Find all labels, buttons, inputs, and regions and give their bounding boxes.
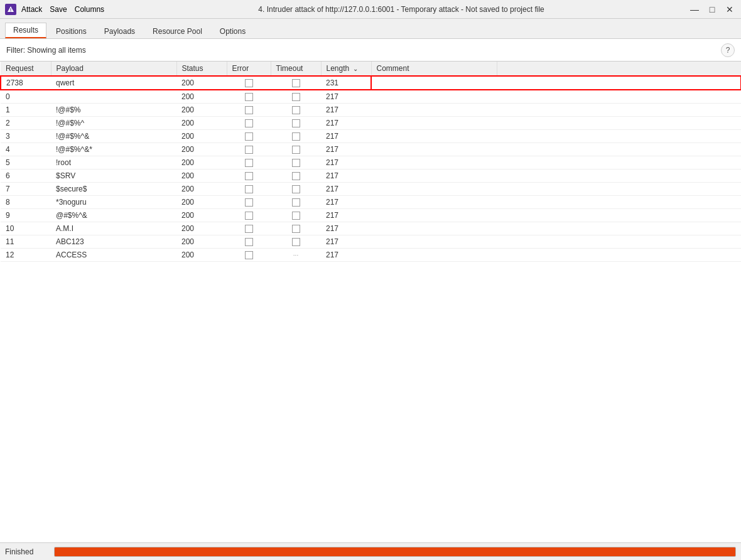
error-checkbox[interactable] — [245, 251, 253, 259]
tab-resource-pool[interactable]: Resource Pool — [144, 24, 210, 38]
table-header-row: Request Payload Status Error Timeout Len… — [1, 62, 741, 76]
sort-icon: ⌄ — [353, 65, 358, 72]
minimize-button[interactable]: — — [688, 3, 701, 16]
results-table-wrapper[interactable]: Request Payload Status Error Timeout Len… — [0, 62, 741, 542]
progress-bar-fill — [55, 547, 735, 556]
timeout-checkbox[interactable] — [292, 185, 300, 193]
svg-rect-1 — [11, 8, 11, 11]
maximize-button[interactable]: □ — [706, 3, 718, 16]
table-row[interactable]: 6$SRV200217 — [1, 170, 741, 183]
error-checkbox[interactable] — [245, 132, 253, 141]
col-header-status[interactable]: Status — [176, 62, 227, 76]
timeout-checkbox[interactable] — [292, 212, 300, 220]
error-checkbox[interactable] — [245, 119, 253, 127]
col-header-request[interactable]: Request — [1, 62, 51, 76]
menu-save[interactable]: Save — [50, 5, 67, 14]
error-checkbox[interactable] — [245, 79, 253, 87]
app-icon — [5, 4, 16, 15]
col-header-comment[interactable]: Comment — [371, 62, 497, 76]
timeout-checkbox[interactable] — [292, 106, 300, 114]
tab-positions[interactable]: Positions — [48, 24, 95, 38]
col-header-payload[interactable]: Payload — [51, 62, 176, 76]
results-table: Request Payload Status Error Timeout Len… — [0, 62, 741, 262]
window-controls: — □ ✕ — [688, 3, 736, 16]
tab-bar: Results Positions Payloads Resource Pool… — [0, 19, 741, 39]
status-bar: Finished — [0, 542, 741, 560]
table-row[interactable]: 7$secure$200217 — [1, 183, 741, 196]
timeout-checkbox[interactable] — [292, 238, 300, 246]
col-header-timeout[interactable]: Timeout — [271, 62, 321, 76]
table-row[interactable]: 0200217 — [1, 90, 741, 104]
close-button[interactable]: ✕ — [723, 3, 736, 16]
filter-text: Filter: Showing all items — [6, 46, 86, 55]
timeout-checkbox[interactable] — [292, 132, 300, 141]
table-row[interactable]: 1!@#$%200217 — [1, 104, 741, 117]
error-checkbox[interactable] — [245, 198, 253, 207]
timeout-checkbox[interactable] — [292, 198, 300, 207]
timeout-checkbox[interactable] — [292, 79, 300, 87]
error-checkbox[interactable] — [245, 93, 253, 101]
table-row[interactable]: 8*3noguru200217 — [1, 196, 741, 209]
table-row[interactable]: 11ABC123200217 — [1, 235, 741, 249]
error-checkbox[interactable] — [245, 238, 253, 246]
timeout-checkbox[interactable] — [292, 225, 300, 233]
menu-attack[interactable]: Attack — [21, 5, 42, 14]
error-checkbox[interactable] — [245, 185, 253, 193]
tab-results[interactable]: Results — [5, 23, 46, 38]
error-checkbox[interactable] — [245, 106, 253, 114]
col-header-length[interactable]: Length ⌄ — [321, 62, 371, 76]
filter-bar: Filter: Showing all items ? — [0, 39, 741, 62]
help-button[interactable]: ? — [721, 43, 735, 57]
timeout-checkbox[interactable] — [292, 172, 300, 180]
error-checkbox[interactable] — [245, 212, 253, 220]
table-row[interactable]: 4!@#$%^&*200217 — [1, 143, 741, 156]
svg-rect-2 — [11, 11, 11, 11]
table-row[interactable]: 2738qwert200231 — [1, 76, 741, 90]
timeout-checkbox[interactable] — [292, 146, 300, 154]
col-header-error[interactable]: Error — [227, 62, 271, 76]
menu-columns[interactable]: Columns — [75, 5, 104, 14]
error-checkbox[interactable] — [245, 146, 253, 154]
menu-bar: Attack Save Columns — [21, 5, 104, 14]
tab-options[interactable]: Options — [212, 24, 254, 38]
title-bar: Attack Save Columns 4. Intruder attack o… — [0, 0, 741, 19]
table-row[interactable]: 2!@#$%^200217 — [1, 117, 741, 130]
window-title: 4. Intruder attack of http://127.0.0.1:6… — [114, 5, 688, 14]
timeout-checkbox[interactable] — [292, 93, 300, 101]
table-row[interactable]: 3!@#$%^&200217 — [1, 130, 741, 143]
timeout-checkbox[interactable] — [292, 159, 300, 167]
col-header-extra — [497, 62, 741, 76]
error-checkbox[interactable] — [245, 159, 253, 167]
table-row[interactable]: 9@#$%^&200217 — [1, 209, 741, 222]
table-body: 2738qwert20023102002171!@#$%2002172!@#$%… — [1, 76, 741, 262]
error-checkbox[interactable] — [245, 172, 253, 180]
error-checkbox[interactable] — [245, 225, 253, 233]
table-row[interactable]: 10A.M.I200217 — [1, 222, 741, 235]
tab-payloads[interactable]: Payloads — [96, 24, 143, 38]
main-content: Request Payload Status Error Timeout Len… — [0, 62, 741, 542]
table-row[interactable]: 5!root200217 — [1, 156, 741, 170]
timeout-checkbox[interactable] — [292, 119, 300, 127]
table-row[interactable]: 12ACCESS200···217 — [1, 249, 741, 262]
progress-bar — [54, 547, 736, 557]
status-text: Finished — [5, 547, 49, 556]
